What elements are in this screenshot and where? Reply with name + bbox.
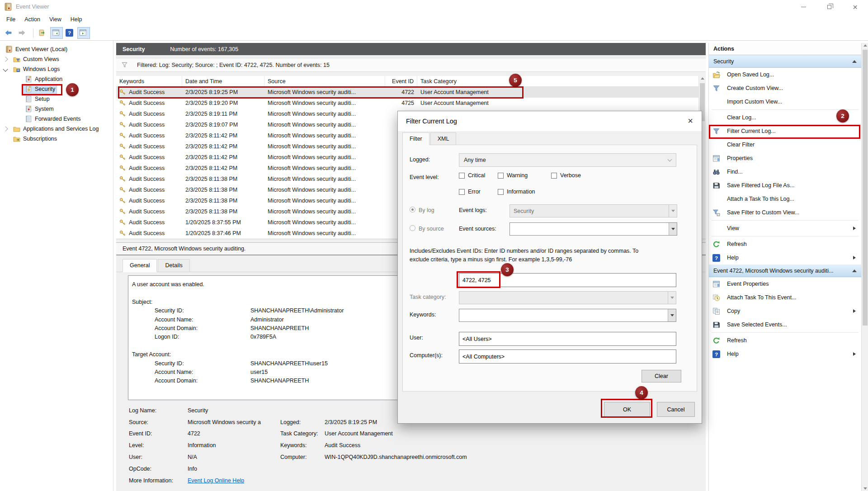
metadata-label: More Information: — [129, 477, 188, 484]
column-header-keywords[interactable]: Keywords — [116, 76, 182, 86]
action-refresh[interactable]: Refresh — [709, 237, 861, 251]
checkbox-icon[interactable] — [459, 173, 465, 179]
action-filter-current-log[interactable]: Filter Current Log... — [709, 124, 861, 138]
column-header-task-category[interactable]: Task Category — [417, 76, 706, 86]
chevron-collapsed-icon[interactable] — [3, 126, 8, 131]
action-view[interactable]: View — [709, 222, 861, 235]
action-copy[interactable]: Copy — [709, 304, 861, 318]
action-find[interactable]: Find... — [709, 165, 861, 179]
action-open-saved-log[interactable]: Open Saved Log... — [709, 68, 861, 81]
action-save-filtered-log-file-as[interactable]: Save Filtered Log File As... — [709, 179, 861, 192]
collapse-icon[interactable] — [852, 60, 857, 63]
actions-group-header-security[interactable]: Security — [709, 55, 861, 68]
actions-group-header-event-4722-microsoft-windows-s[interactable]: Event 4722, Microsoft Windows security a… — [709, 264, 861, 277]
dialog-tab-filter[interactable]: Filter — [402, 132, 429, 145]
action-pane-button[interactable] — [77, 27, 90, 39]
clear-button[interactable]: Clear — [642, 370, 681, 382]
metadata-value: User Account Management — [325, 430, 698, 437]
checkbox-icon[interactable] — [498, 189, 504, 195]
actions-scroll-down-icon[interactable] — [863, 487, 867, 490]
action-create-custom-view[interactable]: Create Custom View... — [709, 81, 861, 95]
export-button[interactable] — [37, 27, 49, 39]
action-save-selected-events[interactable]: Save Selected Events... — [709, 318, 861, 331]
help-toolbar-button[interactable]: ? — [64, 27, 76, 39]
action-clear-filter[interactable]: Clear Filter — [709, 138, 861, 151]
ok-button[interactable]: OK — [604, 402, 650, 417]
action-properties[interactable]: Properties — [709, 151, 861, 165]
event-row[interactable]: Audit Success2/3/2025 8:19:20 PMMicrosof… — [116, 98, 706, 109]
event-log-online-help-link[interactable]: Event Log Online Help — [188, 477, 280, 484]
tree-item-forwarded-events[interactable]: Forwarded Events — [0, 114, 113, 124]
back-button[interactable] — [3, 27, 15, 39]
menu-action[interactable]: Action — [20, 14, 45, 24]
logged-dropdown[interactable]: Any time — [459, 153, 676, 167]
dialog-close-button[interactable] — [683, 114, 698, 127]
chevron-collapsed-icon[interactable] — [3, 57, 8, 61]
window-title: Event Viewer — [16, 4, 49, 10]
checkbox-error[interactable]: Error — [459, 189, 481, 195]
datetime-cell: 2/3/2025 8:11:42 PM — [185, 154, 237, 161]
action-event-properties[interactable]: Event Properties — [709, 277, 861, 291]
checkbox-critical[interactable]: Critical — [459, 172, 485, 179]
tree-item-subscriptions[interactable]: Subscriptions — [0, 134, 113, 144]
scroll-up-icon[interactable] — [701, 77, 704, 80]
collapse-icon[interactable] — [852, 269, 857, 272]
chevron-expanded-icon[interactable] — [3, 66, 8, 71]
dropdown-arrow-icon[interactable] — [669, 205, 677, 217]
dropdown-arrow-icon[interactable] — [669, 223, 677, 235]
checkbox-icon[interactable] — [551, 173, 557, 179]
restore-button[interactable] — [816, 0, 842, 14]
tree-item-applications-and-services-log[interactable]: Applications and Services Log — [0, 124, 113, 134]
dropdown-arrow-icon[interactable] — [668, 292, 676, 304]
checkbox-verbose[interactable]: Verbose — [551, 172, 581, 179]
task-category-dropdown[interactable] — [459, 291, 676, 304]
by-log-radio[interactable] — [410, 207, 415, 212]
close-button[interactable] — [842, 0, 868, 14]
forward-button[interactable] — [16, 27, 29, 39]
action-help[interactable]: ?Help — [709, 347, 861, 361]
action-attach-a-task-to-this-log[interactable]: Attach a Task To this Log... — [709, 192, 861, 206]
menu-help[interactable]: Help — [66, 14, 87, 24]
checkbox-warning[interactable]: Warning — [498, 172, 528, 179]
preview-tab-general[interactable]: General — [123, 259, 157, 272]
actions-scrollbar[interactable] — [861, 43, 868, 491]
tree-item-custom-views[interactable]: Custom Views — [0, 54, 113, 64]
event-row[interactable]: Audit Success2/3/2025 8:19:25 PMMicrosof… — [116, 87, 706, 98]
computer-input[interactable] — [459, 349, 676, 364]
menu-file[interactable]: File — [2, 14, 20, 24]
tree-item-windows-logs[interactable]: Windows Logs — [0, 64, 113, 74]
minimize-button[interactable] — [791, 0, 816, 14]
action-attach-task-to-this-event[interactable]: Attach Task To This Event... — [709, 291, 861, 304]
tree-item-application[interactable]: Application — [0, 74, 113, 84]
action-clear-log[interactable]: Clear Log... — [709, 111, 861, 124]
tree-item-setup[interactable]: Setup — [0, 94, 113, 104]
dropdown-arrow-icon[interactable] — [668, 309, 676, 321]
by-source-radio[interactable] — [410, 225, 415, 231]
action-import-custom-view[interactable]: Import Custom View... — [709, 95, 861, 109]
tree-item-label: Custom Views — [23, 56, 59, 62]
tree-item-security[interactable]: Security — [0, 84, 113, 94]
show-console-tree-button[interactable] — [50, 27, 63, 39]
cancel-button[interactable]: Cancel — [657, 402, 695, 417]
checkbox-icon[interactable] — [498, 173, 504, 179]
tree-item-system[interactable]: System — [0, 104, 113, 114]
event-sources-dropdown[interactable] — [509, 222, 677, 236]
event-logs-dropdown[interactable]: Security — [509, 204, 677, 217]
user-input[interactable] — [459, 332, 676, 346]
preview-tab-details[interactable]: Details — [158, 259, 189, 272]
checkbox-icon[interactable] — [459, 189, 465, 195]
actions-scroll-up-icon[interactable] — [863, 44, 867, 47]
column-header-event-id[interactable]: Event ID — [385, 76, 417, 86]
menu-view[interactable]: View — [45, 14, 66, 24]
tree-item-event-viewer-local[interactable]: Event Viewer (Local) — [0, 44, 113, 54]
action-refresh[interactable]: Refresh — [709, 334, 861, 347]
actions-scroll-thumb[interactable] — [863, 50, 868, 326]
checkbox-information[interactable]: Information — [498, 189, 535, 195]
dialog-tab-xml[interactable]: XML — [430, 132, 457, 145]
keywords-dropdown[interactable] — [459, 309, 676, 322]
event-ids-input[interactable] — [459, 273, 676, 287]
action-save-filter-to-custom-view[interactable]: Save Filter to Custom View... — [709, 206, 861, 219]
column-header-date-and-time[interactable]: Date and Time — [182, 76, 264, 86]
action-help[interactable]: ?Help — [709, 251, 861, 264]
column-header-source[interactable]: Source — [264, 76, 385, 86]
